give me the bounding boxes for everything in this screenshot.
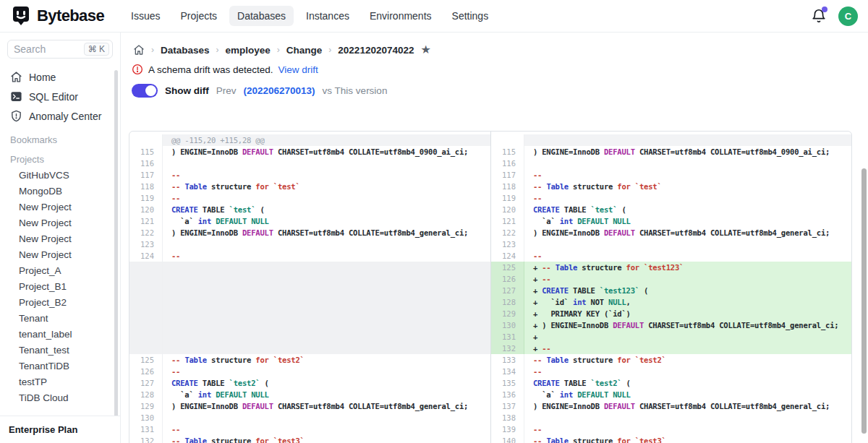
sidebar-project-item[interactable]: Tenant_test bbox=[6, 343, 114, 358]
code-text: + `id` int NOT NULL, bbox=[524, 296, 851, 308]
line-number: 137 bbox=[491, 400, 524, 412]
diff-line: 126-- bbox=[129, 366, 490, 377]
sidebar-project-item[interactable]: New Project bbox=[6, 215, 114, 231]
line-number: 126 bbox=[129, 366, 163, 377]
code-text: ) ENGINE=InnoDB DEFAULT CHARSET=utf8mb4 … bbox=[163, 227, 490, 238]
diff-line: 131+ bbox=[491, 331, 851, 343]
sidebar-section-bookmarks: Bookmarks bbox=[10, 134, 110, 145]
schema-drift-alert: A schema drift was detected. View drift bbox=[121, 56, 868, 75]
sidebar-item-label: Anomaly Center bbox=[29, 111, 101, 122]
diff-viewer: @@ -115,20 +115,28 @@115) ENGINE=InnoDB … bbox=[129, 131, 852, 443]
diff-line: 128+ `id` int NOT NULL, bbox=[491, 296, 851, 308]
sidebar-project-item[interactable]: Project_B1 bbox=[6, 279, 114, 295]
code-text: + bbox=[524, 331, 851, 343]
code-text: ) ENGINE=InnoDB DEFAULT CHARSET=utf8mb4 … bbox=[163, 400, 490, 412]
diff-line: 136 `a` int DEFAULT NULL bbox=[491, 389, 851, 400]
diff-line: 127+ CREATE TABLE `test123` ( bbox=[491, 285, 851, 296]
breadcrumb-version[interactable]: 20221202074022 bbox=[338, 45, 414, 56]
search-box[interactable]: ⌘ K bbox=[7, 40, 113, 59]
nav-item-environments[interactable]: Environments bbox=[362, 6, 440, 26]
prev-version-link[interactable]: (202206270013) bbox=[244, 85, 315, 96]
line-number bbox=[129, 134, 163, 146]
breadcrumb-databases[interactable]: Databases bbox=[161, 45, 210, 56]
diff-line: 140-- Table structure for `test3` bbox=[491, 435, 851, 443]
code-text: ) ENGINE=InnoDB DEFAULT CHARSET=utf8mb4 … bbox=[163, 146, 490, 158]
diff-line: 125+ -- Table structure for `test123` bbox=[491, 262, 851, 273]
diff-panel-current: 115) ENGINE=InnoDB DEFAULT CHARSET=utf8m… bbox=[490, 132, 851, 443]
code-text: -- Table structure for `test2` bbox=[163, 354, 490, 366]
line-number: 117 bbox=[491, 169, 524, 181]
sidebar-project-item[interactable]: Project_B2 bbox=[6, 295, 114, 311]
line-number: 130 bbox=[491, 319, 524, 331]
sidebar-project-item[interactable]: Project_A bbox=[6, 263, 114, 279]
line-number: 120 bbox=[491, 204, 524, 215]
line-number: 115 bbox=[491, 146, 524, 158]
sidebar-project-item[interactable]: TenantTiDB bbox=[6, 358, 114, 374]
code-text: + CREATE TABLE `test123` ( bbox=[524, 285, 851, 296]
home-icon bbox=[10, 71, 22, 83]
sidebar-project-item[interactable]: New Project bbox=[6, 231, 114, 247]
code-text bbox=[163, 238, 490, 250]
sidebar-item-anomaly-center[interactable]: Anomaly Center bbox=[6, 106, 114, 126]
page-scrollbar[interactable] bbox=[861, 168, 867, 434]
diff-grid: @@ -115,20 +115,28 @@115) ENGINE=InnoDB … bbox=[129, 132, 851, 443]
search-input[interactable] bbox=[14, 43, 72, 55]
sidebar-item-home[interactable]: Home bbox=[6, 67, 114, 87]
view-drift-link[interactable]: View drift bbox=[278, 64, 318, 75]
sidebar-project-item[interactable]: TiDB Cloud bbox=[6, 390, 114, 406]
nav-item-databases[interactable]: Databases bbox=[229, 6, 294, 26]
line-number: 121 bbox=[129, 215, 163, 227]
code-text: + -- bbox=[524, 343, 851, 354]
code-text: -- Table structure for `test2` bbox=[524, 354, 851, 366]
user-avatar[interactable]: C bbox=[838, 7, 858, 26]
sidebar-project-item[interactable]: MongoDB bbox=[6, 184, 114, 199]
nav-item-instances[interactable]: Instances bbox=[298, 6, 357, 26]
bookmark-star-icon[interactable]: ★ bbox=[420, 44, 430, 56]
notifications-bell-icon[interactable] bbox=[811, 8, 827, 24]
line-number: 119 bbox=[491, 192, 524, 204]
diff-line: 135CREATE TABLE `test2` ( bbox=[491, 377, 851, 389]
line-number: 127 bbox=[129, 377, 163, 389]
line-number: 130 bbox=[129, 412, 163, 423]
line-number: 118 bbox=[491, 181, 524, 192]
project-list: GitHubVCSMongoDBNew ProjectNew ProjectNe… bbox=[6, 168, 114, 406]
code-text: + ) ENGINE=InnoDB DEFAULT CHARSET=utf8mb… bbox=[524, 319, 851, 331]
nav-item-issues[interactable]: Issues bbox=[123, 6, 168, 26]
code-text: -- Table structure for `test3` bbox=[163, 435, 490, 443]
line-number: 133 bbox=[491, 354, 524, 366]
line-number: 135 bbox=[491, 377, 524, 389]
sidebar-project-item[interactable]: testTP bbox=[6, 374, 114, 390]
diff-line: 121 `a` int DEFAULT NULL bbox=[491, 215, 851, 227]
line-number: 116 bbox=[129, 158, 163, 169]
diff-line: 119-- bbox=[491, 192, 851, 204]
sidebar-project-item[interactable]: tenant_label bbox=[6, 327, 114, 343]
code-text: ) ENGINE=InnoDB DEFAULT CHARSET=utf8mb4 … bbox=[524, 400, 851, 412]
diff-line: 127CREATE TABLE `test2` ( bbox=[129, 377, 490, 389]
sidebar-project-item[interactable]: New Project bbox=[6, 247, 114, 263]
alert-icon bbox=[132, 64, 143, 75]
show-diff-toggle[interactable] bbox=[132, 84, 158, 98]
brand-name: Bytebase bbox=[37, 7, 104, 25]
sidebar-item-sql-editor[interactable]: SQL Editor bbox=[6, 87, 114, 106]
code-text: + -- bbox=[524, 273, 851, 285]
nav-item-projects[interactable]: Projects bbox=[173, 6, 226, 26]
line-number: 122 bbox=[491, 227, 524, 238]
brand[interactable]: Bytebase bbox=[10, 5, 104, 27]
sidebar-section-projects: Projects bbox=[10, 154, 110, 165]
line-number: 129 bbox=[491, 308, 524, 319]
sidebar-project-item[interactable]: GitHubVCS bbox=[6, 168, 114, 184]
sidebar-scrollbar[interactable] bbox=[114, 70, 118, 430]
diff-line: 129+ PRIMARY KEY (`id`) bbox=[491, 308, 851, 319]
home-breadcrumb-icon[interactable] bbox=[133, 44, 145, 56]
breadcrumb-change[interactable]: Change bbox=[286, 45, 323, 56]
sidebar-item-label: Home bbox=[29, 72, 56, 83]
line-number: 132 bbox=[491, 343, 524, 354]
line-number: 121 bbox=[491, 215, 524, 227]
nav-item-settings[interactable]: Settings bbox=[444, 6, 497, 26]
sidebar-project-item[interactable]: Tenant bbox=[6, 311, 114, 327]
sidebar-project-item[interactable]: New Project bbox=[6, 199, 114, 215]
diff-line: 130 bbox=[129, 412, 490, 423]
breadcrumb-employee[interactable]: employee bbox=[226, 45, 271, 56]
diff-line: 126+ -- bbox=[491, 273, 851, 285]
bytebase-logo-icon bbox=[10, 5, 32, 27]
